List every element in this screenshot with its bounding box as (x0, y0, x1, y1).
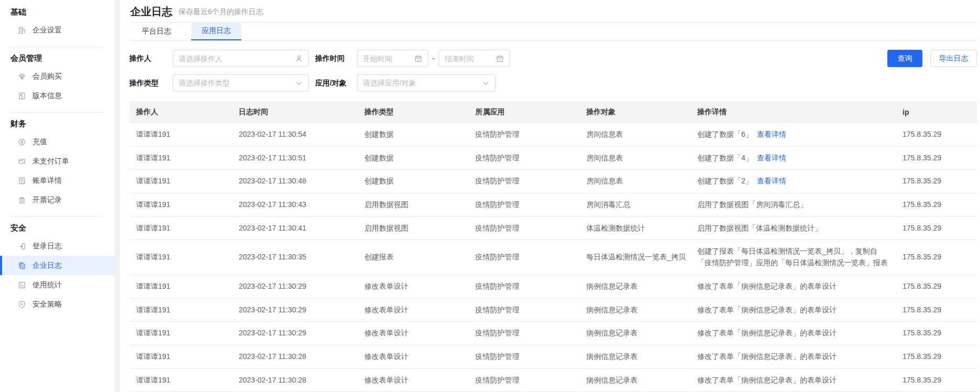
type-label: 操作类型 (129, 79, 173, 88)
view-detail-link[interactable]: 查看详情 (757, 154, 786, 162)
cell-type: 创建报表 (358, 240, 469, 275)
sidebar-item-building[interactable]: 企业设置 (0, 20, 115, 40)
app-object-select[interactable]: 请选择应用/对象 (357, 74, 496, 92)
end-date-input[interactable] (444, 55, 493, 63)
filter-panel: 操作人 操作时间 7 (129, 41, 977, 92)
sidebar-section: 安全登录日志企业日志使用统计安全策略 (0, 218, 115, 314)
chevron-down-icon (482, 79, 490, 88)
table-row: 谭谭谭1912023-02-17 11:30:54创建数据疫情防护管理房间信息表… (129, 123, 977, 146)
column-header: ip (896, 101, 977, 123)
detail-text: 修改了表单「病例信息记录表」的表单设计 (697, 306, 837, 314)
cell-operator: 谭谭谭191 (129, 216, 232, 240)
cell-time: 2023-02-17 11:30:28 (232, 345, 358, 368)
cell-app: 疫情防护管理 (469, 123, 580, 146)
sidebar-item-invoice[interactable]: 开票记录 (0, 190, 115, 210)
cell-time: 2023-02-17 11:30:48 (232, 170, 358, 193)
start-date-input[interactable] (363, 55, 411, 63)
export-logs-button[interactable]: 导出日志 (930, 50, 977, 67)
cell-type: 修改表单设计 (358, 322, 469, 345)
cell-ip: 175.8.35.29 (896, 322, 977, 345)
app-object-select-placeholder: 请选择应用/对象 (363, 79, 478, 88)
person-icon (295, 55, 303, 63)
detail-text: 启用了数据视图「体温检测数据统计」 (697, 224, 822, 232)
app-object-label: 应用/对象 (315, 79, 357, 88)
table-row: 谭谭谭1912023-02-17 11:30:41启用数据视图疫情防护管理体温检… (129, 216, 977, 240)
cell-operator: 谭谭谭191 (129, 123, 232, 146)
column-header: 日志时间 (232, 101, 358, 123)
sidebar-item-usage-stats[interactable]: 使用统计 (0, 275, 115, 295)
sidebar-item-login-log[interactable]: 登录日志 (0, 236, 115, 256)
operator-select[interactable] (173, 50, 309, 67)
cell-ip: 175.8.35.29 (896, 345, 977, 368)
cell-object: 每日体温检测情况一览表_拷贝 (580, 240, 691, 275)
cell-type: 创建数据 (358, 146, 469, 170)
search-button[interactable]: 查询 (887, 50, 922, 67)
tab-app-logs[interactable]: 应用日志 (191, 23, 241, 40)
security-policy-icon (18, 300, 26, 309)
cell-operator: 谭谭谭191 (129, 170, 232, 193)
table-row: 谭谭谭1912023-02-17 11:30:43启用数据视图疫情防护管理房间消… (129, 193, 977, 217)
cell-app: 疫情防护管理 (469, 240, 580, 275)
svg-text:7: 7 (417, 58, 419, 61)
recharge-icon (18, 138, 26, 146)
cell-operator: 谭谭谭191 (129, 345, 232, 368)
sidebar-scrollbar-track[interactable] (115, 0, 120, 392)
cell-app: 疫情防护管理 (469, 275, 580, 298)
cell-app: 疫情防护管理 (469, 170, 580, 193)
sidebar-section-title: 安全 (0, 218, 115, 236)
sidebar-item-version[interactable]: 版本信息 (0, 86, 115, 105)
sidebar-divider (9, 112, 104, 113)
operator-input[interactable] (179, 55, 292, 63)
enterprise-log-icon (18, 262, 26, 270)
table-row: 谭谭谭1912023-02-17 11:30:29修改表单设计疫情防护管理病例信… (129, 322, 977, 345)
sidebar-item-security-policy[interactable]: 安全策略 (0, 295, 115, 314)
cell-operator: 谭谭谭191 (129, 298, 232, 322)
sidebar-item-bill[interactable]: 账单详情 (0, 171, 115, 190)
sidebar-item-enterprise-log[interactable]: 企业日志 (0, 256, 115, 275)
cell-object: 房间消毒汇总 (580, 193, 691, 217)
cell-time: 2023-02-17 11:30:35 (232, 240, 358, 275)
sidebar-divider (9, 47, 104, 47)
cell-app: 疫情防护管理 (469, 368, 580, 392)
view-detail-link[interactable]: 查看详情 (757, 130, 786, 138)
time-label: 操作时间 (315, 54, 357, 63)
type-select[interactable]: 请选择操作类型 (173, 74, 309, 92)
cell-time: 2023-02-17 11:30:29 (232, 322, 358, 345)
sidebar-item-label: 登录日志 (32, 242, 62, 251)
cell-time: 2023-02-17 11:30:29 (232, 298, 358, 322)
page-header: 企业日志 保存最近6个月的操作日志 (129, 0, 977, 23)
sidebar-item-label: 开票记录 (32, 195, 62, 205)
cell-app: 疫情防护管理 (469, 146, 580, 170)
start-date-picker[interactable]: 7 (357, 50, 428, 67)
type-select-placeholder: 请选择操作类型 (179, 79, 292, 88)
cell-type: 启用数据视图 (358, 216, 469, 240)
table-row: 谭谭谭1912023-02-17 11:30:29修改表单设计疫情防护管理病例信… (129, 275, 977, 298)
sidebar-item-label: 企业设置 (32, 26, 62, 35)
sidebar-section: 会员管理会员购买版本信息 (0, 48, 115, 105)
sidebar-item-label: 会员购买 (32, 72, 62, 81)
bill-icon (18, 177, 26, 185)
detail-text: 创建了数据「6」 (697, 130, 753, 138)
cell-app: 疫情防护管理 (469, 193, 580, 217)
cell-operator: 谭谭谭191 (129, 146, 232, 170)
log-table-header: 操作人日志时间操作类型所属应用操作对象操作详情ip (129, 101, 977, 123)
filter-actions: 查询 导出日志 (887, 50, 977, 67)
chevron-down-icon (295, 79, 303, 88)
sidebar-item-unpaid-order[interactable]: 未支付订单 (0, 151, 115, 171)
cell-ip: 175.8.35.29 (896, 216, 977, 240)
end-date-picker[interactable]: 7 (439, 50, 510, 67)
sidebar-item-recharge[interactable]: 充值 (0, 132, 115, 151)
cell-object: 病例信息记录表 (580, 275, 691, 298)
tab-platform-logs[interactable]: 平台日志 (131, 23, 182, 40)
cell-time: 2023-02-17 11:30:43 (232, 193, 358, 217)
filter-row-2: 操作类型 请选择操作类型 应用/对象 请选择应用/对象 (129, 74, 977, 92)
cell-object: 体温检测数据统计 (580, 216, 691, 240)
cell-ip: 175.8.35.29 (896, 240, 977, 275)
cell-type: 创建数据 (358, 123, 469, 146)
view-detail-link[interactable]: 查看详情 (757, 177, 786, 185)
sidebar-item-gem[interactable]: 会员购买 (0, 67, 115, 86)
sidebar-item-label: 充值 (32, 137, 47, 147)
cell-ip: 175.8.35.29 (896, 123, 977, 146)
sidebar-item-label: 使用统计 (32, 280, 62, 290)
main-content: 企业日志 保存最近6个月的操作日志 平台日志 应用日志 操作人 操作时间 (120, 0, 980, 392)
